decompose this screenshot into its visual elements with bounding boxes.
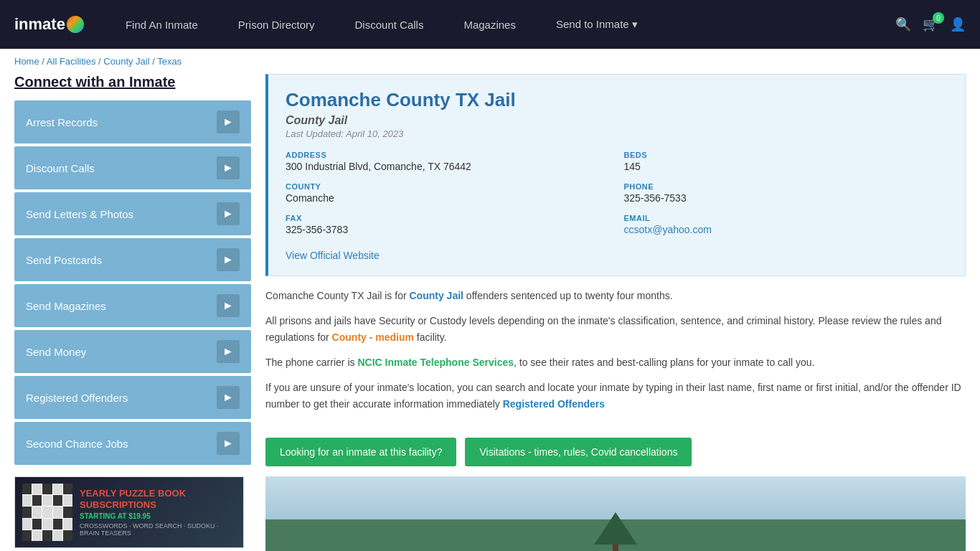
info-address: ADDRESS 300 Industrial Blvd, Comanche, T… — [286, 151, 610, 172]
logo-badge — [67, 16, 84, 33]
sidebar-item-label: Arrest Records — [26, 116, 98, 128]
beds-label: BEDS — [624, 151, 948, 159]
sidebar-item-label: Send Letters & Photos — [26, 208, 133, 220]
navbar: inmate Find An Inmate Prison Directory D… — [0, 0, 980, 49]
info-phone: PHONE 325-356-7533 — [624, 182, 948, 204]
arrow-icon: ► — [217, 294, 240, 317]
fax-label: FAX — [286, 214, 610, 222]
email-label: EMAIL — [624, 214, 948, 222]
sidebar-title: Connect with an Inmate — [14, 74, 251, 90]
nav-links: Find An Inmate Prison Directory Discount… — [105, 0, 895, 49]
sidebar-item-label: Discount Calls — [26, 162, 95, 174]
logo[interactable]: inmate — [14, 15, 84, 34]
county-value: Comanche — [286, 192, 610, 204]
desc-para-1: Comanche County TX Jail is for County Ja… — [265, 288, 966, 304]
search-icon[interactable]: 🔍 — [895, 17, 911, 32]
phone-value: 325-356-7533 — [624, 192, 948, 204]
facility-card: Comanche County TX Jail County Jail Last… — [265, 74, 966, 276]
desc-para-3: The phone carrier is NCIC Inmate Telepho… — [265, 354, 966, 371]
nav-discount-calls[interactable]: Discount Calls — [335, 0, 444, 49]
nav-magazines[interactable]: Magazines — [443, 0, 536, 49]
arrow-icon: ► — [217, 340, 240, 363]
tree-graphic — [594, 512, 637, 548]
email-value: ccsotx@yahoo.com — [624, 224, 948, 235]
facility-type: County Jail — [286, 114, 948, 127]
arrow-icon: ► — [217, 248, 240, 271]
breadcrumb-county-jail[interactable]: County Jail — [103, 56, 149, 67]
facility-image — [265, 476, 966, 551]
county-jail-link[interactable]: County Jail — [410, 290, 463, 301]
nav-find-inmate[interactable]: Find An Inmate — [105, 0, 218, 49]
address-label: ADDRESS — [286, 151, 610, 159]
nav-icons: 🔍 🛒 0 👤 — [895, 17, 966, 32]
arrow-icon: ► — [217, 156, 240, 179]
fax-value: 325-356-3783 — [286, 224, 610, 235]
ncic-link[interactable]: NCIC Inmate Telephone Services — [357, 357, 514, 368]
facility-description: Comanche County TX Jail is for County Ja… — [265, 276, 966, 433]
breadcrumb: Home / All Facilities / County Jail / Te… — [0, 49, 980, 74]
user-icon[interactable]: 👤 — [950, 17, 966, 32]
view-website-link[interactable]: View Official Website — [286, 250, 380, 261]
info-county: COUNTY Comanche — [286, 182, 610, 204]
sidebar-item-discount-calls[interactable]: Discount Calls ► — [14, 146, 251, 189]
breadcrumb-home[interactable]: Home — [14, 56, 39, 67]
beds-value: 145 — [624, 161, 948, 172]
address-value: 300 Industrial Blvd, Comanche, TX 76442 — [286, 161, 610, 172]
ad-title-line1: YEARLY PUZZLE BOOK — [80, 488, 236, 499]
sidebar-item-send-money[interactable]: Send Money ► — [14, 330, 251, 373]
sidebar-item-label: Registered Offenders — [26, 392, 128, 404]
sidebar: Connect with an Inmate Arrest Records ► … — [14, 74, 251, 551]
cart-icon[interactable]: 🛒 0 — [923, 17, 938, 32]
find-inmate-button[interactable]: Looking for an inmate at this facility? — [265, 438, 456, 466]
facility-name: Comanche County TX Jail — [286, 89, 948, 111]
tree-top — [594, 512, 637, 545]
sidebar-item-label: Second Chance Jobs — [26, 438, 128, 450]
breadcrumb-state[interactable]: Texas — [157, 56, 182, 67]
ad-text: YEARLY PUZZLE BOOK SUBSCRIPTIONS STARTIN… — [80, 488, 236, 537]
sidebar-item-second-chance-jobs[interactable]: Second Chance Jobs ► — [14, 422, 251, 465]
sidebar-item-registered-offenders[interactable]: Registered Offenders ► — [14, 376, 251, 419]
action-buttons: Looking for an inmate at this facility? … — [265, 438, 966, 466]
sidebar-item-label: Send Magazines — [26, 300, 106, 312]
sidebar-item-send-letters[interactable]: Send Letters & Photos ► — [14, 192, 251, 235]
sidebar-item-send-postcards[interactable]: Send Postcards ► — [14, 238, 251, 281]
arrow-icon: ► — [217, 202, 240, 225]
info-beds: BEDS 145 — [624, 151, 948, 172]
info-email: EMAIL ccsotx@yahoo.com — [624, 214, 948, 235]
info-fax: FAX 325-356-3783 — [286, 214, 610, 235]
sidebar-item-send-magazines[interactable]: Send Magazines ► — [14, 284, 251, 327]
sidebar-item-label: Send Postcards — [26, 254, 102, 266]
sidebar-menu: Arrest Records ► Discount Calls ► Send L… — [14, 100, 251, 465]
info-grid: ADDRESS 300 Industrial Blvd, Comanche, T… — [286, 151, 948, 235]
main-container: Connect with an Inmate Arrest Records ► … — [0, 74, 980, 551]
nav-send-to-inmate[interactable]: Send to Inmate ▾ — [536, 0, 658, 49]
email-link[interactable]: ccsotx@yahoo.com — [624, 224, 712, 235]
ad-subtitle: STARTING AT $19.95 — [80, 512, 236, 520]
ad-desc: CROSSWORDS · WORD SEARCH · SUDOKU · BRAI… — [80, 522, 236, 537]
nav-prison-directory[interactable]: Prison Directory — [218, 0, 335, 49]
arrow-icon: ► — [217, 386, 240, 409]
sidebar-item-arrest-records[interactable]: Arrest Records ► — [14, 100, 251, 143]
desc-para-4: If you are unsure of your inmate's locat… — [265, 380, 966, 413]
ad-title-line2: SUBSCRIPTIONS — [80, 499, 236, 511]
breadcrumb-all-facilities[interactable]: All Facilities — [47, 56, 96, 67]
desc-para-2: All prisons and jails have Security or C… — [265, 313, 966, 346]
content-area: Comanche County TX Jail County Jail Last… — [265, 74, 966, 551]
arrow-icon: ► — [217, 110, 240, 133]
county-medium-link[interactable]: County - medium — [332, 331, 414, 343]
arrow-icon: ► — [217, 432, 240, 455]
visitations-button[interactable]: Visitations - times, rules, Covid cancel… — [465, 438, 692, 466]
county-label: COUNTY — [286, 182, 610, 191]
logo-text: inmate — [14, 15, 65, 34]
tree-trunk — [613, 545, 618, 551]
ad-banner[interactable]: YEARLY PUZZLE BOOK SUBSCRIPTIONS STARTIN… — [14, 476, 244, 548]
registered-offenders-link[interactable]: Registered Offenders — [503, 398, 605, 410]
cart-badge: 0 — [933, 12, 944, 24]
sidebar-item-label: Send Money — [26, 346, 86, 358]
phone-label: PHONE — [624, 182, 948, 191]
puzzle-icon — [22, 484, 72, 541]
facility-updated: Last Updated: April 10, 2023 — [286, 128, 948, 139]
